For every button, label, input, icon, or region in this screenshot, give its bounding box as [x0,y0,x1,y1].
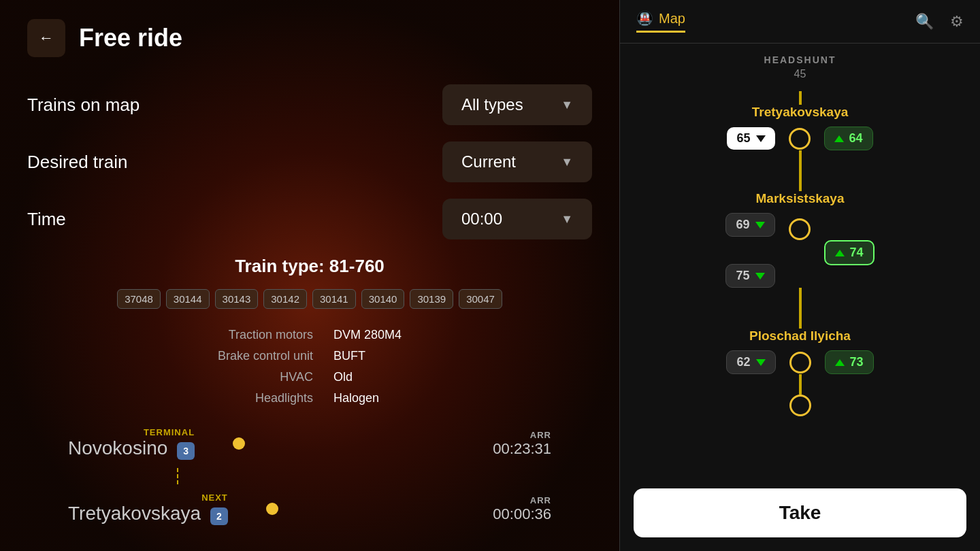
journey-terminal-station: Novokosino 3 [68,437,195,460]
time-label: Time [27,209,66,230]
chip-73[interactable]: 73 [825,350,874,374]
chip-74-active[interactable]: 74 [824,240,875,265]
chip-74-arrow-icon [835,250,845,256]
journey-next-row: NEXT Tretyakovskaya 2 ARR 00:00:36 [68,492,551,525]
spec-row-brake: Brake control unit BUFT [27,349,592,363]
spec-val-headlights: Halogen [333,391,442,405]
next-arr-label: ARR [493,495,551,505]
car-numbers-list: 37048 30144 30143 30142 30141 30140 3013… [27,289,592,309]
take-button[interactable]: Take [634,488,966,537]
terminal-station-badge: 3 [177,442,195,460]
chip-69[interactable]: 69 [725,213,774,237]
spec-row-hvac: HVAC Old [27,370,592,384]
chip-64-num: 64 [849,131,863,146]
right-panel: 🚇 Map 🔍 ⚙ HEADSHUNT 45 Tretyakovskaya 65 [619,0,980,551]
chip-69-arrow-icon [755,222,765,229]
journey-terminal-row: TERMINAL Novokosino 3 ARR 00:23:31 [68,427,551,460]
journey-next-station: Tretyakovskaya 2 [68,503,228,525]
car-num-6: 30139 [410,289,453,309]
next-arr-time: 00:00:36 [493,505,551,523]
spec-val-brake: BUFT [333,349,442,363]
map-nav: 🚇 Map 🔍 ⚙ [620,0,980,44]
track-bottom [799,374,802,395]
station-circle-ploschad [789,352,811,373]
next-dot [266,503,278,515]
chip-69-num: 69 [736,218,749,232]
header: ← Free ride [27,19,592,57]
chip-65-active[interactable]: 65 [727,127,774,150]
next-arr-col: ARR 00:00:36 [493,495,551,523]
trains-on-map-value: All types [461,95,523,114]
spec-val-hvac: Old [333,370,442,384]
chip-75[interactable]: 75 [725,264,774,288]
car-num-2: 30143 [215,289,259,309]
time-dropdown[interactable]: 00:00 ▼ [442,199,592,239]
trains-on-map-row: Trains on map All types ▼ [27,84,592,125]
station-name-ploschad: Ploschad Ilyicha [749,329,851,344]
headshunt-num: 45 [620,68,980,80]
left-chips-marksistskaya: 69 75 [725,213,774,288]
journey-next-tag: NEXT [68,492,228,503]
chip-74-num: 74 [850,246,864,260]
train-type-label: Train type: 81-760 [27,256,592,277]
spec-table: Traction motors DVM 280M4 Brake control … [27,328,592,405]
time-value: 00:00 [461,210,502,229]
journey-section: TERMINAL Novokosino 3 ARR 00:23:31 NEXT [27,427,592,525]
spec-row-traction: Traction motors DVM 280M4 [27,328,592,342]
track-seg-2 [799,288,802,329]
spec-key-brake: Brake control unit [177,349,313,363]
spec-key-headlights: Headlights [177,391,313,405]
terminal-arr-col: ARR 00:23:31 [493,430,551,458]
car-num-0: 37048 [117,289,161,309]
time-dropdown-arrow-icon: ▼ [561,212,573,227]
car-num-5: 30140 [361,289,405,309]
headshunt-label: HEADSHUNT [620,54,980,65]
gear-icon[interactable]: ⚙ [950,13,964,31]
terminal-arr-time: 00:23:31 [493,440,551,458]
station-circle-marksistskaya [789,218,811,240]
journey-next-label-col: NEXT Tretyakovskaya 2 [68,492,228,525]
track-top [799,91,802,105]
chip-62-arrow-icon [756,359,766,366]
spec-key-hvac: HVAC [177,370,313,384]
spec-val-traction: DVM 280M4 [333,328,442,342]
chip-75-arrow-icon [755,273,765,280]
station-circle-bottom [789,395,811,416]
chip-64-arrow-icon [834,135,844,142]
chip-65-num: 65 [736,131,750,146]
journey-terminal-label-col: TERMINAL Novokosino 3 [68,427,195,460]
desired-train-row: Desired train Current ▼ [27,141,592,182]
nav-tabs: 🚇 Map [636,10,685,33]
dropdown-arrow-icon: ▼ [561,98,573,112]
page-title: Free ride [79,24,182,52]
journey-dashed-connector [177,468,178,484]
chip-75-num: 75 [736,269,749,283]
trains-on-map-dropdown[interactable]: All types ▼ [442,84,592,125]
back-button[interactable]: ← [27,19,65,57]
terminal-arr-label: ARR [493,430,551,440]
car-num-3: 30142 [263,289,307,309]
journey-terminal-tag: TERMINAL [68,427,195,437]
car-num-1: 30144 [166,289,210,309]
station-name-tretyakovskaya: Tretyakovskaya [752,105,849,120]
left-panel: ← Free ride Trains on map All types ▼ De… [0,0,619,551]
desired-train-label: Desired train [27,152,127,173]
tab-map-label: Map [659,11,685,27]
search-icon[interactable]: 🔍 [915,13,934,31]
chip-62-num: 62 [736,355,750,369]
station-name-marksistskaya: Marksistskaya [756,191,845,206]
desired-train-value: Current [461,152,516,171]
track-seg-1 [799,150,802,191]
chip-73-arrow-icon [835,359,845,366]
car-num-4: 30141 [312,289,356,309]
chip-62[interactable]: 62 [726,350,775,374]
tab-map[interactable]: 🚇 Map [636,10,685,33]
spec-key-traction: Traction motors [177,328,313,342]
chip-64[interactable]: 64 [824,127,873,150]
desired-train-dropdown[interactable]: Current ▼ [442,141,592,182]
car-num-7: 30047 [459,289,502,309]
map-icon: 🚇 [636,10,653,27]
next-station-badge: 2 [210,507,228,525]
station-circle-tretyakovskaya [789,128,811,150]
chip-73-num: 73 [850,355,864,369]
